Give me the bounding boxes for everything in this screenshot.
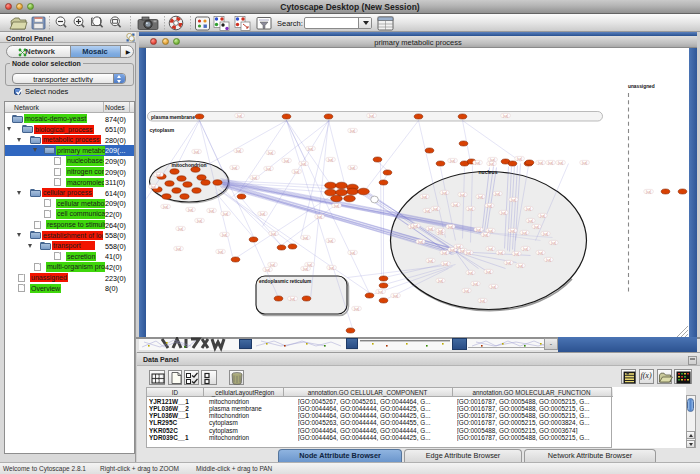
- svg-text:[s-p]: [s-p]: [236, 113, 241, 117]
- svg-text:[s-p]: [s-p]: [513, 251, 518, 255]
- svg-text:[s-p]: [s-p]: [349, 165, 354, 169]
- svg-text:[s-p]: [s-p]: [264, 267, 269, 271]
- svg-text:[s-p]: [s-p]: [522, 246, 527, 250]
- svg-text:[s-p]: [s-p]: [424, 208, 429, 212]
- svg-text:[s-p]: [s-p]: [525, 206, 530, 210]
- svg-text:[s-p]: [s-p]: [447, 224, 452, 228]
- svg-text:[s-p]: [s-p]: [463, 288, 468, 292]
- svg-text:[s-p]: [s-p]: [333, 203, 338, 207]
- svg-text:[s-p]: [s-p]: [487, 228, 492, 232]
- svg-text:[s-p]: [s-p]: [467, 206, 472, 210]
- svg-text:[s-p]: [s-p]: [175, 246, 180, 250]
- svg-text:[s-p]: [s-p]: [177, 226, 182, 230]
- svg-text:[s-p]: [s-p]: [217, 249, 222, 253]
- svg-text:[s-p]: [s-p]: [449, 158, 454, 162]
- svg-text:[s-p]: [s-p]: [300, 161, 305, 165]
- svg-text:[s-p]: [s-p]: [222, 211, 227, 215]
- svg-text:[s-p]: [s-p]: [392, 293, 397, 297]
- svg-text:[s-p]: [s-p]: [452, 202, 457, 206]
- svg-text:[s-p]: [s-p]: [270, 231, 275, 235]
- svg-text:[s-p]: [s-p]: [494, 191, 499, 195]
- svg-text:[s-p]: [s-p]: [155, 172, 160, 176]
- svg-text:[s-p]: [s-p]: [581, 160, 586, 164]
- svg-text:[s-p]: [s-p]: [539, 213, 544, 217]
- svg-text:[s-p]: [s-p]: [510, 197, 515, 201]
- svg-text:[s-p]: [s-p]: [479, 298, 484, 302]
- svg-text:[s-p]: [s-p]: [327, 157, 332, 161]
- svg-text:[s-p]: [s-p]: [459, 192, 464, 196]
- svg-text:[s-p]: [s-p]: [547, 160, 552, 164]
- svg-text:[s-p]: [s-p]: [283, 158, 288, 162]
- svg-text:[s-p]: [s-p]: [196, 218, 201, 222]
- svg-text:[s-p]: [s-p]: [509, 228, 514, 232]
- svg-text:[s-p]: [s-p]: [545, 257, 550, 261]
- svg-text:[s-p]: [s-p]: [187, 207, 192, 211]
- svg-text:[s-p]: [s-p]: [307, 146, 312, 150]
- svg-text:[s-p]: [s-p]: [467, 270, 472, 274]
- svg-text:[s-p]: [s-p]: [251, 175, 256, 179]
- svg-text:[s-p]: [s-p]: [427, 258, 432, 262]
- svg-text:[s-p]: [s-p]: [442, 261, 447, 265]
- svg-text:[s-p]: [s-p]: [516, 156, 521, 160]
- svg-text:[s-p]: [s-p]: [437, 278, 442, 282]
- svg-text:[s-p]: [s-p]: [289, 296, 294, 300]
- svg-text:[s-p]: [s-p]: [472, 281, 477, 285]
- svg-text:[s-p]: [s-p]: [645, 189, 650, 193]
- svg-text:[s-p]: [s-p]: [488, 161, 493, 165]
- svg-text:nucleus: nucleus: [478, 169, 497, 175]
- svg-text:[s-p]: [s-p]: [353, 306, 358, 310]
- svg-text:[s-p]: [s-p]: [527, 218, 532, 222]
- svg-text:[s-p]: [s-p]: [316, 214, 321, 218]
- svg-text:mitochondrion: mitochondrion: [171, 161, 206, 167]
- svg-text:[s-p]: [s-p]: [489, 157, 494, 161]
- svg-text:[s-p]: [s-p]: [150, 184, 155, 188]
- svg-text:[s-p]: [s-p]: [377, 289, 382, 293]
- svg-text:[s-p]: [s-p]: [235, 148, 240, 152]
- svg-text:[s-p]: [s-p]: [482, 232, 487, 236]
- svg-text:[s-p]: [s-p]: [349, 250, 354, 254]
- svg-text:[s-p]: [s-p]: [533, 224, 538, 228]
- svg-text:[s-p]: [s-p]: [517, 263, 522, 267]
- svg-text:[s-p]: [s-p]: [412, 223, 417, 227]
- svg-text:[s-p]: [s-p]: [490, 284, 495, 288]
- svg-text:[s-p]: [s-p]: [521, 230, 526, 234]
- svg-text:[s-p]: [s-p]: [265, 166, 270, 170]
- svg-text:[s-p]: [s-p]: [500, 210, 505, 214]
- svg-text:[s-p]: [s-p]: [421, 194, 426, 198]
- svg-text:[s-p]: [s-p]: [465, 250, 470, 254]
- svg-text:[s-p]: [s-p]: [208, 208, 213, 212]
- svg-text:[s-p]: [s-p]: [455, 244, 460, 248]
- svg-text:[s-p]: [s-p]: [327, 238, 332, 242]
- svg-text:[s-p]: [s-p]: [502, 113, 507, 117]
- svg-text:[s-p]: [s-p]: [550, 240, 555, 244]
- svg-text:[s-p]: [s-p]: [259, 211, 264, 215]
- svg-text:[s-p]: [s-p]: [267, 150, 272, 154]
- svg-text:[s-p]: [s-p]: [349, 128, 354, 132]
- svg-text:[s-p]: [s-p]: [485, 269, 490, 273]
- svg-text:cytoplasm: cytoplasm: [149, 127, 174, 133]
- svg-text:[s-p]: [s-p]: [537, 250, 542, 254]
- svg-text:plasma membrane: plasma membrane: [151, 113, 195, 119]
- svg-text:[s-p]: [s-p]: [477, 194, 482, 198]
- svg-text:[s-p]: [s-p]: [474, 160, 479, 164]
- svg-text:[s-p]: [s-p]: [417, 239, 422, 243]
- svg-text:[s-p]: [s-p]: [437, 228, 442, 232]
- svg-text:[s-p]: [s-p]: [441, 250, 446, 254]
- svg-text:[s-p]: [s-p]: [432, 206, 437, 210]
- svg-text:[s-p]: [s-p]: [427, 226, 432, 230]
- svg-text:[s-p]: [s-p]: [557, 160, 562, 164]
- svg-text:[s-p]: [s-p]: [486, 203, 491, 207]
- svg-text:[s-p]: [s-p]: [537, 160, 542, 164]
- svg-text:[s-p]: [s-p]: [542, 231, 547, 235]
- svg-text:[s-p]: [s-p]: [487, 246, 492, 250]
- svg-text:[s-p]: [s-p]: [441, 190, 446, 194]
- svg-text:[s-p]: [s-p]: [368, 113, 373, 117]
- svg-text:[s-p]: [s-p]: [505, 260, 510, 264]
- svg-text:[s-p]: [s-p]: [193, 149, 198, 153]
- svg-text:endoplasmic reticulum: endoplasmic reticulum: [259, 278, 311, 283]
- svg-text:[s-p]: [s-p]: [497, 250, 502, 254]
- svg-text:unassigned: unassigned: [628, 84, 655, 89]
- svg-text:[s-p]: [s-p]: [293, 169, 298, 173]
- svg-text:[s-p]: [s-p]: [162, 204, 167, 208]
- svg-text:[s-p]: [s-p]: [231, 165, 236, 169]
